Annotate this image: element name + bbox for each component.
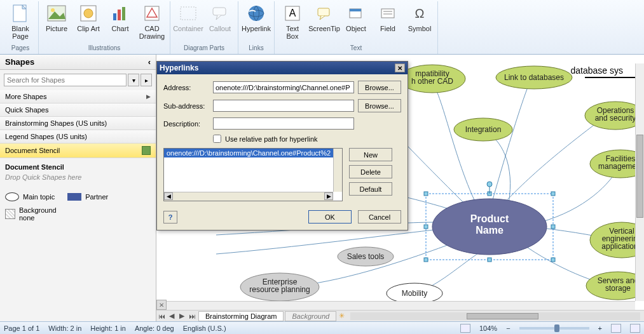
ribbon-group-links: Hyperlink Links bbox=[238, 1, 275, 54]
svg-text:Sales tools: Sales tools bbox=[347, 252, 385, 261]
hyperlink-list-item[interactable]: onenote:///D:\brainstorming\Channel.one#… bbox=[164, 149, 342, 157]
svg-text:Integration: Integration bbox=[465, 125, 502, 134]
ribbon-group-pages: Blank Page Pages bbox=[3, 1, 39, 54]
horizontal-scrollbar-canvas[interactable] bbox=[165, 301, 635, 310]
browse-subaddress-button[interactable]: Browse... bbox=[358, 99, 401, 112]
new-hyperlink-button[interactable]: New bbox=[349, 148, 392, 161]
svg-rect-49 bbox=[424, 225, 428, 229]
node-servers[interactable]: Servers andstorage bbox=[586, 272, 636, 300]
list-horizontal-scrollbar[interactable]: ◀▶ bbox=[164, 192, 333, 201]
next-page-button[interactable]: ▶ bbox=[177, 311, 187, 321]
stencil-list: More Shapes▶ Quick Shapes Brainstorming … bbox=[0, 90, 156, 158]
stencil-brainstorming[interactable]: Brainstorming Shapes (US units) bbox=[0, 117, 156, 130]
search-go-button[interactable]: ▸ bbox=[140, 74, 152, 86]
svg-rect-15 bbox=[318, 8, 329, 16]
subaddress-input[interactable] bbox=[213, 100, 354, 112]
address-input[interactable] bbox=[213, 81, 354, 93]
object-button[interactable]: Object bbox=[341, 1, 371, 43]
description-label: Description: bbox=[163, 120, 209, 128]
hyperlinks-listbox[interactable]: onenote:///D:\brainstorming\Channel.one#… bbox=[163, 148, 343, 201]
shape-partner[interactable]: Partner bbox=[67, 192, 108, 201]
shapes-title: Shapes bbox=[5, 57, 34, 67]
callout-icon bbox=[210, 3, 230, 23]
callout-button: Callout bbox=[205, 1, 235, 43]
stencil-legend[interactable]: Legend Shapes (US units) bbox=[0, 130, 156, 144]
node-opsec[interactable]: Operationsand security bbox=[585, 102, 636, 130]
group-label-illustrations: Illustrations bbox=[88, 43, 121, 53]
close-shapes-panel-button[interactable]: ✕ bbox=[156, 300, 167, 310]
default-hyperlink-button[interactable]: Default bbox=[349, 182, 392, 196]
container-icon bbox=[178, 3, 198, 23]
node-compat[interactable]: mpatibilityh other CAD bbox=[399, 65, 465, 93]
relative-path-label: Use relative path for hyperlink bbox=[225, 135, 318, 143]
cad-drawing-button[interactable]: CAD Drawing bbox=[137, 1, 167, 43]
zoom-in-button[interactable]: + bbox=[598, 324, 602, 332]
clip-art-button[interactable]: Clip Art bbox=[73, 1, 104, 43]
dialog-titlebar[interactable]: Hyperlinks ✕ bbox=[157, 62, 408, 74]
blank-page-button[interactable]: Blank Page bbox=[5, 1, 36, 43]
hyperlink-icon bbox=[246, 3, 266, 23]
macro-record-icon[interactable] bbox=[460, 324, 470, 333]
svg-rect-7 bbox=[122, 7, 125, 20]
status-zoom: 104% bbox=[479, 324, 497, 332]
relative-path-checkbox[interactable] bbox=[213, 135, 221, 143]
full-screen-button[interactable] bbox=[630, 324, 640, 333]
page-tab-background[interactable]: Background bbox=[285, 311, 336, 321]
cancel-button[interactable]: Cancel bbox=[358, 210, 401, 224]
vertical-scrollbar[interactable] bbox=[635, 63, 644, 301]
first-page-button[interactable]: ⏮ bbox=[156, 311, 167, 321]
shape-background-none[interactable]: Background none bbox=[5, 206, 57, 222]
search-shapes-input[interactable] bbox=[4, 74, 127, 86]
hyperlink-button[interactable]: Hyperlink bbox=[241, 1, 271, 43]
node-sales[interactable]: Sales tools bbox=[338, 247, 394, 266]
zoom-out-button[interactable]: − bbox=[506, 324, 510, 332]
page-tab-active[interactable]: Brainstorming Diagram bbox=[198, 311, 284, 321]
node-enterprise[interactable]: Enterpriseresource planning bbox=[240, 273, 319, 301]
field-button[interactable]: Field bbox=[373, 1, 403, 43]
prev-page-button[interactable]: ◀ bbox=[167, 311, 177, 321]
stencil-document[interactable]: Document Stencil bbox=[0, 144, 156, 158]
symbol-button[interactable]: ΩSymbol bbox=[404, 1, 435, 43]
hyperlinks-dialog: Hyperlinks ✕ Address: Browse... Sub-addr… bbox=[156, 61, 408, 230]
delete-hyperlink-button[interactable]: Delete bbox=[349, 165, 392, 178]
horizontal-scrollbar[interactable] bbox=[350, 312, 640, 320]
text-box-button[interactable]: AText Box bbox=[277, 1, 308, 43]
node-integration[interactable]: Integration bbox=[454, 118, 512, 141]
description-input[interactable] bbox=[213, 117, 354, 130]
picture-button[interactable]: Picture bbox=[41, 1, 72, 43]
status-page: Page 1 of 1 bbox=[4, 324, 39, 332]
status-language: English (U.S.) bbox=[183, 324, 226, 332]
node-vertical[interactable]: Verticalengineeringapplications bbox=[590, 222, 636, 258]
container-button: Container bbox=[173, 1, 203, 43]
shape-main-topic[interactable]: Main topic bbox=[5, 192, 55, 201]
list-vertical-scrollbar[interactable] bbox=[333, 149, 342, 192]
chevron-left-icon[interactable]: ‹ bbox=[148, 57, 151, 67]
svg-text:A: A bbox=[289, 8, 296, 18]
svg-point-54 bbox=[487, 182, 492, 187]
stencil-quick-shapes[interactable]: Quick Shapes bbox=[0, 104, 156, 117]
dialog-help-button[interactable]: ? bbox=[163, 211, 177, 224]
stencil-more-shapes[interactable]: More Shapes▶ bbox=[0, 90, 156, 104]
dialog-title: Hyperlinks bbox=[160, 63, 198, 72]
chart-button[interactable]: Chart bbox=[105, 1, 135, 43]
svg-text:Ω: Ω bbox=[415, 6, 425, 20]
ok-button[interactable]: OK bbox=[308, 210, 352, 224]
svg-rect-9 bbox=[181, 7, 196, 20]
subaddress-label: Sub-address: bbox=[163, 102, 209, 110]
node-linkdb[interactable]: Link to databases bbox=[496, 66, 572, 89]
chart-icon bbox=[110, 3, 130, 23]
zoom-slider[interactable] bbox=[519, 327, 589, 330]
text-box-icon: A bbox=[282, 3, 303, 23]
new-page-button[interactable]: ✳ bbox=[336, 311, 346, 321]
last-page-button[interactable]: ⏭ bbox=[187, 311, 197, 321]
group-label-links: Links bbox=[249, 43, 263, 53]
screentip-button[interactable]: ScreenTip bbox=[309, 1, 339, 43]
svg-point-2 bbox=[51, 8, 55, 12]
rect-icon bbox=[67, 193, 81, 201]
browse-address-button[interactable]: Browse... bbox=[358, 81, 401, 94]
dialog-close-button[interactable]: ✕ bbox=[395, 63, 405, 72]
node-facilities[interactable]: Facilitiesmanagement bbox=[590, 150, 636, 178]
node-product-name[interactable]: ProductName bbox=[424, 182, 555, 262]
fit-page-button[interactable] bbox=[611, 324, 621, 333]
search-dropdown-button[interactable]: ▾ bbox=[128, 74, 139, 86]
